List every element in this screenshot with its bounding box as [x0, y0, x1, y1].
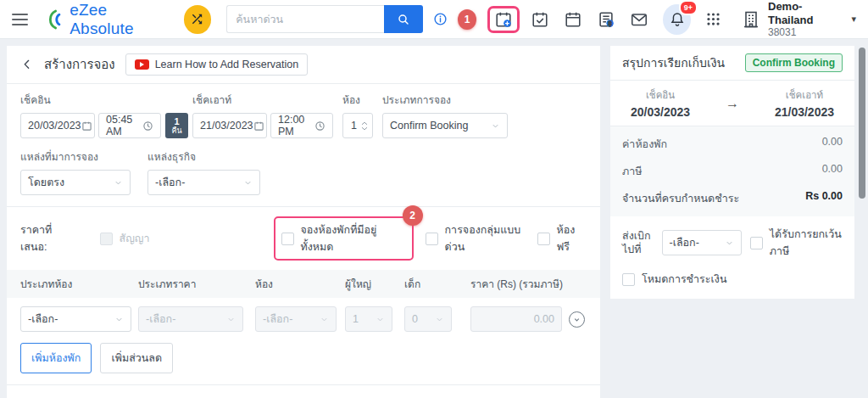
learn-video-button[interactable]: Learn How to Add Reservation — [125, 53, 309, 76]
room-type-select[interactable]: -เลือก- — [20, 306, 131, 332]
stay-dates-row: เช็คอิน 20/03/2023 05:45 AM — [20, 92, 587, 138]
row-action-buttons: เพิ่มห้องพัก เพิ่มส่วนลด — [20, 343, 587, 373]
app-logo[interactable]: eZee Absolute — [43, 1, 170, 38]
booking-type-value: Confirm Booking — [390, 120, 468, 132]
quick-group-booking-checkbox[interactable]: การจองกลุ่มแบบด่วน — [426, 221, 537, 255]
booking-source-select[interactable]: โดยตรง — [20, 170, 131, 195]
contract-label: สัญญา — [120, 230, 150, 247]
new-reservation-calendar-plus-icon[interactable] — [494, 10, 513, 29]
checkin-date-field[interactable]: 20/03/2023 — [20, 113, 95, 138]
row-expand-button[interactable] — [569, 311, 585, 328]
rate-type-select: -เลือก- — [138, 306, 243, 332]
checkbox-icon[interactable] — [537, 233, 550, 245]
summary-checkout: เช็คเอาท์ 21/03/2023 — [775, 87, 834, 119]
charges-block: ค่าห้องพัก 0.00 ภาษี 0.00 จำนวนที่ครบกำห… — [610, 126, 854, 216]
checkout-date-value: 21/03/2023 — [200, 120, 253, 132]
rooms-value: 1 — [351, 120, 357, 132]
adult-select: 1 — [345, 306, 392, 332]
room-type-value: -เลือก- — [28, 311, 58, 328]
notifications-button[interactable]: 9+ — [663, 4, 691, 35]
checkout-time-field[interactable]: 12:00 PM — [270, 113, 333, 138]
checkout-date-field[interactable]: 21/03/2023 — [192, 113, 267, 138]
contract-checkbox: สัญญา — [100, 230, 150, 247]
amount-due-row: จำนวนที่ครบกำหนดชำระ Rs 0.00 — [622, 185, 843, 212]
shuffle-icon — [190, 12, 204, 26]
stepper-arrows-icon[interactable] — [361, 121, 368, 131]
booking-options-row: ราคาที่เสนอ: สัญญา 2 จองห้องพักที่มีอยู่… — [20, 216, 587, 261]
checkin-label: เช็คอิน — [20, 92, 161, 108]
checkbox-icon[interactable] — [622, 273, 635, 286]
charge-row: ค่าห้องพัก 0.00 — [622, 131, 843, 158]
booking-source-group: แหล่งที่มาการจอง โดยตรง — [20, 149, 131, 195]
chevron-down-icon — [725, 238, 734, 248]
property-switcher[interactable]: Demo- Thailand 38031 ▾ — [741, 0, 856, 38]
room-select: -เลือก- — [255, 306, 337, 332]
book-all-rooms-label: จองห้องพักที่มีอยู่ทั้งหมด — [301, 221, 406, 255]
child-select: 0 — [404, 306, 452, 332]
summary-dates: เช็คอิน 20/03/2023 → เช็คเอาท์ 21/03/202… — [610, 81, 854, 126]
quick-search — [226, 5, 423, 33]
business-source-select[interactable]: -เลือก- — [147, 170, 260, 195]
checkout-group: เช็คเอาท์ 21/03/2023 12:00 PM — [192, 92, 333, 138]
summary-checkin-date: 20/03/2023 — [631, 105, 690, 119]
info-icon[interactable] — [433, 12, 448, 26]
billing-summary-panel: สรุปการเรียกเก็บเงิน Confirm Booking เช็… — [610, 46, 854, 299]
nights-unit: คืน — [171, 126, 181, 135]
checkbox-icon[interactable] — [426, 233, 438, 245]
page-title-row: สร้างการจอง Learn How to Add Reservation — [7, 46, 600, 84]
chevron-down-icon — [435, 315, 444, 324]
checkbox-icon[interactable] — [281, 233, 294, 245]
add-room-button[interactable]: เพิ่มห้องพัก — [20, 343, 92, 373]
rate-table-row: -เลือก- -เลือก- -เลือก- 1 — [20, 306, 587, 332]
annotation-step-2: 2 — [403, 205, 423, 226]
add-discount-button[interactable]: เพิ่มส่วนลด — [100, 343, 173, 373]
search-button[interactable] — [384, 5, 423, 33]
booking-type-group: ประเภทการจอง Confirm Booking — [373, 92, 508, 138]
reservation-list-calendar-check-icon[interactable] — [531, 10, 549, 29]
bill-to-label-line2: ไปที่ — [622, 244, 641, 255]
rate-type-value: -เลือก- — [146, 311, 175, 328]
annotation-highlight-box-2: 2 จองห้องพักที่มีอยู่ทั้งหมด — [274, 216, 414, 261]
adult-header: ผู้ใหญ่ — [345, 276, 404, 292]
business-source-group: แหล่งธุรกิจ -เลือก- — [147, 149, 260, 195]
search-input[interactable] — [226, 5, 384, 33]
checkbox-icon — [100, 233, 113, 245]
chevron-down-icon — [320, 315, 329, 324]
back-chevron-icon[interactable] — [20, 58, 34, 71]
rooms-group: ห้อง 1 — [333, 92, 373, 138]
payment-mode-checkbox[interactable]: โหมดการชำระเงิน — [622, 271, 843, 288]
quick-switch-button[interactable] — [184, 5, 212, 34]
arrow-right-icon: → — [726, 96, 739, 111]
free-room-checkbox[interactable]: ห้องฟรี — [537, 221, 587, 255]
apps-grid-icon[interactable] — [705, 11, 721, 27]
rooms-stepper[interactable]: 1 — [342, 113, 373, 138]
room-charge-label: ค่าห้องพัก — [622, 136, 667, 153]
bill-to-block: ส่งเบิก ไปที่ -เลือก- ได้รับการยกเว้นภาษ… — [610, 216, 854, 299]
tax-exempt-checkbox[interactable]: ได้รับการยกเว้นภาษี — [750, 226, 843, 260]
checkbox-icon[interactable] — [750, 237, 763, 249]
annotation-step-1: 1 — [458, 9, 476, 30]
calendar-icon[interactable] — [564, 10, 582, 29]
mail-icon[interactable] — [630, 10, 648, 29]
chevron-down-icon — [376, 315, 385, 324]
book-all-rooms-checkbox[interactable]: จองห้องพักที่มีอยู่ทั้งหมด — [281, 221, 406, 255]
chevron-down-icon — [243, 178, 253, 188]
youtube-icon — [135, 59, 149, 70]
summary-checkin-label: เช็คอิน — [631, 87, 690, 103]
svg-text:$: $ — [609, 20, 612, 26]
notification-count-badge: 9+ — [679, 0, 698, 15]
tax-exempt-label: ได้รับการยกเว้นภาษี — [770, 226, 843, 260]
bill-to-label: ส่งเบิก ไปที่ — [622, 229, 654, 257]
hamburger-menu-icon[interactable] — [12, 14, 28, 25]
vertical-scrollbar[interactable] — [859, 48, 865, 199]
booking-source-value: โดยตรง — [28, 174, 64, 191]
booking-type-select[interactable]: Confirm Booking — [382, 113, 508, 138]
folio-billing-icon[interactable]: $ — [597, 10, 615, 29]
bill-to-value: -เลือก- — [670, 234, 699, 251]
summary-checkout-label: เช็คเอาท์ — [775, 87, 834, 103]
divider — [7, 384, 600, 385]
chevron-down-icon — [114, 315, 124, 324]
price-header: ราคา (Rs) (รวมภาษี) — [455, 276, 587, 292]
checkin-time-field[interactable]: 05:45 AM — [98, 113, 161, 138]
bill-to-select[interactable]: -เลือก- — [662, 230, 742, 255]
